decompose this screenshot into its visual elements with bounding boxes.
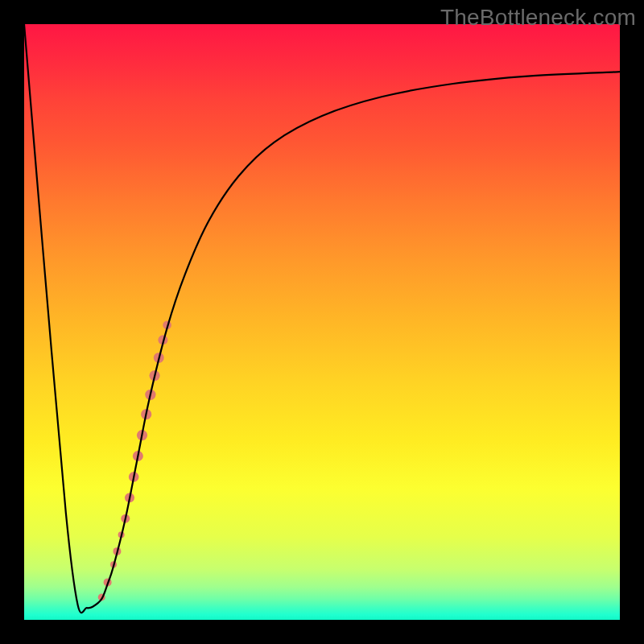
plot-background bbox=[24, 24, 620, 620]
chart-container: TheBottleneck.com bbox=[0, 0, 644, 644]
watermark: TheBottleneck.com bbox=[440, 5, 636, 31]
bottleneck-chart bbox=[0, 0, 644, 644]
